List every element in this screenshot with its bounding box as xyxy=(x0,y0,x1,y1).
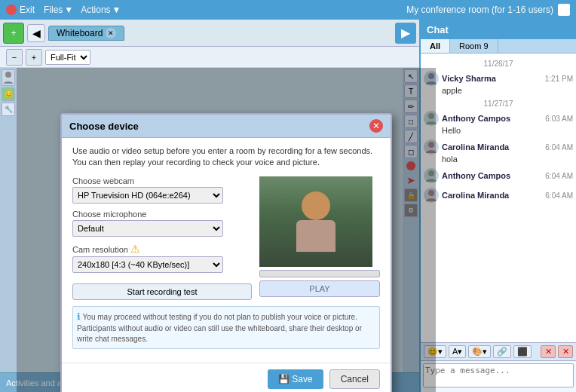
zoom-out-button[interactable]: − xyxy=(6,49,23,66)
chat-messages: 11/26/17 Vicky Sharma 1:21 PM apple 11/2… xyxy=(421,54,576,342)
chat-message-4: Anthony Campos 6:04 AM xyxy=(424,168,573,183)
chat-header: Chat xyxy=(421,20,576,39)
delete-button-2[interactable]: ✕ xyxy=(558,345,573,358)
chat-panel: Chat All Room 9 11/26/17 Vicky Sharma 1:… xyxy=(419,20,576,392)
chat-user-carolina-1: Carolina Miranda xyxy=(442,142,542,152)
chat-header-label: Chat xyxy=(427,24,449,35)
warning-icon: ⚠ xyxy=(130,243,140,255)
top-bar: Exit Files ▼ Actions ▼ My conference roo… xyxy=(0,0,576,20)
content-area: 😊 🔧 Choose device ✕ Use audio or video xyxy=(0,68,419,372)
modal-title: Choose device xyxy=(69,121,139,132)
files-label: Files xyxy=(44,5,63,15)
webcam-row: Choose webcam HP Truevision HD (064e:e26… xyxy=(72,176,252,204)
chat-message-1: Vicky Sharma 1:21 PM apple xyxy=(424,71,573,95)
start-recording-button[interactable]: Start recording test xyxy=(72,283,252,300)
whiteboard-tab-label: Whiteboard xyxy=(57,28,103,38)
chat-user-carolina-2: Carolina Miranda xyxy=(442,191,542,200)
chat-tabs: All Room 9 xyxy=(421,39,576,54)
chat-user-anthony-2: Anthony Campos xyxy=(442,171,542,180)
save-icon: 💾 xyxy=(278,374,292,384)
files-arrow-icon: ▼ xyxy=(64,5,73,15)
microphone-row: Choose microphone Default xyxy=(72,210,252,237)
avatar-placeholder xyxy=(2,69,15,86)
toolbar-row: + ◀ Whiteboard ✕ ▶ xyxy=(0,20,419,47)
chat-message-5: Carolina Miranda 6:04 AM xyxy=(424,188,573,203)
link-button[interactable]: 🔗 xyxy=(493,345,511,358)
user-icon xyxy=(558,4,570,16)
modal-form: Choose webcam HP Truevision HD (064e:e26… xyxy=(72,176,252,300)
chat-time-carolina-2: 6:04 AM xyxy=(545,191,573,200)
modal-footer: 💾 Save Cancel xyxy=(62,363,391,392)
date-separator-1: 11/26/17 xyxy=(424,60,573,68)
tab-all[interactable]: All xyxy=(421,39,450,53)
chat-message-2: Anthony Campos 6:03 AM Hello xyxy=(424,111,573,135)
whiteboard-tab-close[interactable]: ✕ xyxy=(106,28,116,38)
chat-time-anthony-1: 6:03 AM xyxy=(545,115,573,123)
font-button[interactable]: A▾ xyxy=(449,345,466,358)
fit-select[interactable]: Full-Fit 50% 75% 100% 150% xyxy=(45,50,90,65)
room-title: My conference room (for 1-16 users) xyxy=(406,5,553,15)
left-panel: + ◀ Whiteboard ✕ ▶ − + Full-Fit 50% 75% … xyxy=(0,20,419,392)
modal-body: Use audio or video setup before you ente… xyxy=(62,138,391,363)
tool-icons-2: 🔧 xyxy=(2,103,15,116)
date-separator-2: 11/27/17 xyxy=(424,100,573,108)
cancel-button[interactable]: Cancel xyxy=(329,369,380,389)
modal-close-button[interactable]: ✕ xyxy=(369,119,383,133)
info-icon: ℹ xyxy=(77,311,81,322)
resolution-label: Cam resolution ⚠ xyxy=(72,243,252,255)
microphone-select[interactable]: Default xyxy=(72,220,223,237)
actions-menu[interactable]: Actions ▼ xyxy=(81,5,121,15)
save-button[interactable]: 💾 Save xyxy=(268,369,323,389)
chat-time-carolina-1: 6:04 AM xyxy=(545,143,573,152)
chat-time-vicky: 1:21 PM xyxy=(545,75,573,83)
chat-time-anthony-2: 6:04 AM xyxy=(545,172,573,180)
toolbar-right: ▶ xyxy=(395,23,416,44)
exit-button[interactable]: Exit xyxy=(6,5,35,15)
webcam-label: Choose webcam xyxy=(72,176,252,185)
chat-user-vicky: Vicky Sharma xyxy=(442,74,542,83)
files-menu[interactable]: Files ▼ xyxy=(44,5,73,15)
chat-message-3: Carolina Miranda 6:04 AM hola xyxy=(424,139,573,164)
zoom-in-button[interactable]: + xyxy=(26,49,42,66)
tool-icons-1: 😊 xyxy=(2,87,15,101)
exit-label: Exit xyxy=(20,5,35,15)
info-text: You may proceed without testing if you d… xyxy=(77,313,362,343)
chat-input[interactable] xyxy=(423,363,574,387)
left-tools: 😊 🔧 xyxy=(0,68,17,372)
back-arrow-button[interactable]: ◀ xyxy=(27,24,45,42)
chat-text-anthony-1: Hello xyxy=(442,126,573,135)
chat-input-area xyxy=(421,360,576,392)
sub-toolbar: − + Full-Fit 50% 75% 100% 150% xyxy=(0,47,419,68)
recording-progress xyxy=(259,270,380,277)
chat-text-carolina-1: hola xyxy=(442,155,573,164)
next-arrow-button[interactable]: ▶ xyxy=(395,23,416,44)
exit-icon xyxy=(6,5,17,15)
modal-preview: PLAY xyxy=(259,176,380,300)
modal-overlay: Choose device ✕ Use audio or video setup… xyxy=(17,68,436,392)
modal-info: ℹ You may proceed without testing if you… xyxy=(72,306,380,349)
delete-button-1[interactable]: ✕ xyxy=(541,345,556,358)
whiteboard-tab[interactable]: Whiteboard ✕ xyxy=(48,26,124,41)
modal-description: Use audio or video setup before you ente… xyxy=(72,145,380,169)
choose-device-modal: Choose device ✕ Use audio or video setup… xyxy=(60,113,392,392)
actions-label: Actions xyxy=(81,5,110,15)
chat-user-anthony-1: Anthony Campos xyxy=(442,114,542,123)
svg-text:+: + xyxy=(11,28,16,38)
webcam-select[interactable]: HP Truevision HD (064e:e264) xyxy=(72,187,223,204)
whiteboard-area: Choose device ✕ Use audio or video setup… xyxy=(17,68,403,372)
modal-content-row: Choose webcam HP Truevision HD (064e:e26… xyxy=(72,176,380,300)
add-button[interactable]: + xyxy=(3,23,24,44)
svg-point-2 xyxy=(5,72,11,78)
resolution-select[interactable]: 240x180 [4:3 (~40 KByte/sec)] xyxy=(72,256,223,273)
format-button[interactable]: ⬛ xyxy=(513,345,532,358)
actions-arrow-icon: ▼ xyxy=(112,5,121,15)
tab-room9[interactable]: Room 9 xyxy=(450,39,498,53)
modal-title-bar: Choose device ✕ xyxy=(62,115,391,138)
main-layout: + ◀ Whiteboard ✕ ▶ − + Full-Fit 50% 75% … xyxy=(0,20,576,392)
play-button[interactable]: PLAY xyxy=(259,280,380,297)
chat-toolbar: 😊▾ A▾ 🎨▾ 🔗 ⬛ ✕ ✕ xyxy=(421,342,576,360)
microphone-label: Choose microphone xyxy=(72,210,252,219)
color-button[interactable]: 🎨▾ xyxy=(468,345,491,358)
chat-text-vicky: apple xyxy=(442,86,573,95)
resolution-row: Cam resolution ⚠ 240x180 [4:3 (~40 KByte… xyxy=(72,243,252,273)
